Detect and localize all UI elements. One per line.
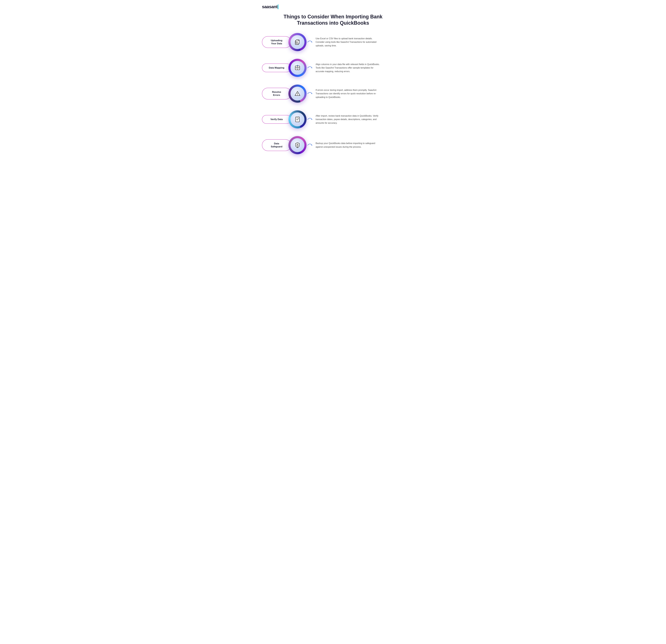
arrow-icon: [306, 90, 314, 97]
arrow-connector: [306, 115, 314, 124]
icon-circle-uploading: [288, 33, 306, 51]
logo: saasant: [262, 4, 404, 9]
icon-circle-outer: [288, 136, 306, 154]
pill-label-uploading: UploadingYour Data: [262, 36, 291, 48]
pill-label-mapping: Data Mapping: [262, 64, 291, 72]
arrow-connector: [306, 141, 314, 149]
item-description-errors: If errors occur during import, address t…: [314, 88, 381, 99]
svg-point-14: [297, 95, 298, 95]
icon-circle-inner: [291, 138, 304, 152]
item-description-verify: After import, review bank transaction da…: [314, 114, 381, 125]
files-icon: [294, 39, 301, 46]
arrow-connector: [306, 64, 314, 72]
svg-rect-16: [296, 117, 299, 122]
mapping-icon: [294, 65, 301, 71]
icon-circle-errors: [288, 85, 306, 103]
icon-circle-safeguard: [288, 136, 306, 154]
verify-icon: [294, 116, 301, 123]
icon-circle-inner: [291, 112, 304, 126]
item-row: Data Mapping: [262, 59, 404, 77]
svg-rect-9: [298, 68, 299, 68]
logo-cursor: [278, 4, 278, 9]
arrow-icon: [306, 115, 314, 123]
pill-label-errors: ResolveErrors: [262, 88, 291, 100]
item-description-safeguard: Backup your QuickBooks data before impor…: [314, 142, 381, 149]
arrow-connector: [306, 38, 314, 46]
icon-circle-inner: [291, 87, 304, 101]
icon-circle-outer: [288, 110, 306, 128]
logo-text: saasant: [262, 4, 278, 9]
items-container: UploadingYour Data: [262, 33, 404, 154]
shield-icon: [294, 142, 301, 148]
arrow-icon: [306, 38, 314, 46]
icon-circle-mapping: [288, 59, 306, 77]
page-title: Things to Consider When Importing Bank T…: [262, 14, 404, 26]
item-row: DataSafeguard: [262, 136, 404, 154]
pill-label-verify: Verify Data: [262, 115, 291, 124]
icon-circle-inner: [291, 61, 304, 75]
icon-circle-inner: [291, 35, 304, 49]
item-description-uploading: Use Excel or CSV files to upload bank tr…: [314, 37, 381, 48]
arrow-icon: [306, 64, 314, 72]
arrow-icon: [306, 141, 314, 149]
item-row: Verify Data After import, review bank tr: [262, 110, 404, 128]
icon-circle-outer: [288, 85, 306, 103]
svg-rect-8: [296, 68, 297, 68]
warning-icon: [294, 90, 301, 97]
item-row: UploadingYour Data: [262, 33, 404, 51]
arrow-connector: [306, 89, 314, 98]
svg-point-10: [297, 65, 298, 66]
icon-circle-outer: [288, 59, 306, 77]
pill-label-safeguard: DataSafeguard: [262, 139, 291, 151]
icon-circle-verify: [288, 110, 306, 128]
item-row: ResolveErrors If errors occur during imp: [262, 85, 404, 103]
item-description-mapping: Align columns in your data file with rel…: [314, 62, 381, 73]
icon-circle-outer: [288, 33, 306, 51]
